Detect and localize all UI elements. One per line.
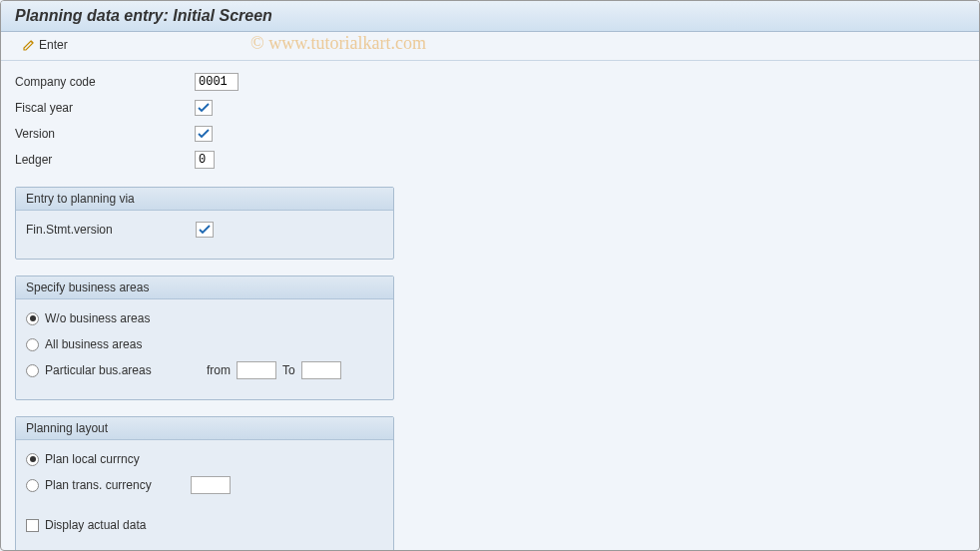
radio-without-label: W/o business areas bbox=[45, 311, 150, 325]
from-label: from bbox=[207, 363, 231, 377]
fin-stmt-version-label: Fin.Stmt.version bbox=[26, 223, 196, 237]
radio-plan-trans-currency[interactable] bbox=[26, 479, 39, 492]
group-layout-title: Planning layout bbox=[16, 417, 393, 440]
group-planning-layout: Planning layout Plan local currncy Plan … bbox=[15, 416, 394, 551]
to-label: To bbox=[282, 363, 295, 377]
radio-particular-business-areas[interactable] bbox=[26, 364, 39, 377]
display-actual-label: Display actual data bbox=[45, 518, 146, 532]
enter-button-label: Enter bbox=[39, 38, 68, 52]
version-required-input[interactable] bbox=[195, 126, 213, 142]
business-area-from-input[interactable] bbox=[237, 361, 276, 379]
ledger-input[interactable] bbox=[195, 151, 215, 169]
company-code-input[interactable] bbox=[195, 73, 239, 91]
radio-trans-label: Plan trans. currency bbox=[45, 478, 185, 492]
radio-particular-label: Particular bus.areas bbox=[45, 363, 165, 377]
fin-stmt-version-required-input[interactable] bbox=[196, 222, 214, 238]
fiscal-year-required-input[interactable] bbox=[195, 100, 213, 116]
page-title: Planning data entry: Initial Screen bbox=[1, 1, 979, 32]
company-code-label: Company code bbox=[15, 75, 195, 89]
pencil-icon bbox=[23, 39, 35, 51]
content-area: Company code Fiscal year Version Ledger … bbox=[1, 61, 979, 551]
version-label: Version bbox=[15, 127, 195, 141]
radio-without-business-areas[interactable] bbox=[26, 312, 39, 325]
group-business-areas: Specify business areas W/o business area… bbox=[15, 276, 394, 400]
radio-plan-local-currency[interactable] bbox=[26, 453, 39, 466]
business-area-to-input[interactable] bbox=[301, 361, 341, 379]
fiscal-year-label: Fiscal year bbox=[15, 101, 195, 115]
group-business-title: Specify business areas bbox=[16, 276, 393, 299]
enter-button[interactable]: Enter bbox=[15, 36, 76, 54]
radio-all-business-areas[interactable] bbox=[26, 338, 39, 351]
radio-local-label: Plan local currncy bbox=[45, 452, 140, 466]
ledger-label: Ledger bbox=[15, 153, 195, 167]
radio-all-label: All business areas bbox=[45, 337, 142, 351]
trans-currency-input[interactable] bbox=[191, 476, 231, 494]
group-entry-via: Entry to planning via Fin.Stmt.version bbox=[15, 187, 394, 260]
toolbar: Enter bbox=[1, 32, 979, 61]
display-actual-data-checkbox[interactable] bbox=[26, 519, 39, 532]
group-entry-title: Entry to planning via bbox=[16, 188, 393, 211]
